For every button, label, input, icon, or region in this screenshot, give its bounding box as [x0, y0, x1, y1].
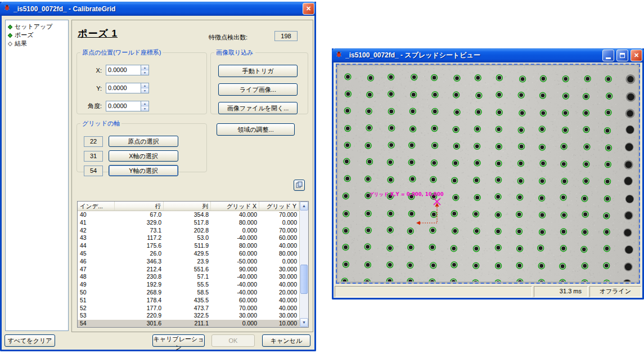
live-image-button[interactable]: ライブ画像...: [218, 83, 298, 96]
adjust-region-button[interactable]: 領域の調整...: [217, 123, 295, 136]
cell: 58.5: [164, 289, 211, 297]
cell: 40.000: [211, 211, 259, 219]
scroll-down-button[interactable]: ▼: [300, 318, 308, 327]
feature-count-label: 特徴点検出数:: [209, 33, 247, 42]
tree-item-label: ポーズ: [15, 31, 34, 39]
open-image-file-button[interactable]: 画像ファイルを開く...: [218, 102, 298, 114]
minimize-button[interactable]: [602, 50, 614, 61]
column-header[interactable]: インデ...: [78, 202, 115, 211]
tree-item-1[interactable]: セットアップ: [7, 23, 66, 31]
table-row[interactable]: 43117.253.0-40.00060.000: [78, 234, 299, 242]
select-y-axis-button[interactable]: Y軸の選択: [109, 165, 178, 176]
ok-button[interactable]: OK: [211, 334, 255, 347]
cell: 211.1: [164, 320, 211, 327]
y-spinner-input[interactable]: 0.0000: [106, 83, 141, 93]
select-origin-button[interactable]: 原点の選択: [109, 136, 178, 147]
tree-item-label: セットアップ: [15, 23, 53, 31]
maximize-button[interactable]: [616, 50, 628, 61]
column-header[interactable]: グリッド X: [211, 202, 259, 211]
copy-view-button[interactable]: [294, 180, 305, 191]
pose-heading: ポーズ 1: [78, 27, 118, 40]
cell: 40.000: [259, 242, 299, 250]
table-row[interactable]: 46346.323.9-50.0000.000: [78, 258, 299, 266]
calibration-points-table: インデ...行列グリッド Xグリッド Y 4067.0354.840.00070…: [77, 201, 309, 328]
origin-field-label: 角度:: [83, 102, 102, 110]
table-row[interactable]: 50268.958.5-40.00020.000: [78, 289, 299, 297]
spin-down-button[interactable]: ▼: [141, 88, 148, 93]
clear-all-button[interactable]: すべてをクリア: [4, 334, 55, 347]
cell: 23.9: [164, 258, 211, 266]
status-filler: [335, 286, 532, 297]
cell: 60.000: [211, 297, 259, 305]
grid-axis-group: グリッドの軸 22原点の選択31X軸の選択54Y軸の選択: [76, 119, 207, 172]
angle-spinner-input[interactable]: 0.0000: [106, 101, 141, 111]
window-title: _is5100_0072fd_ - CalibrateGrid: [13, 5, 300, 13]
table-row[interactable]: 51178.4435.560.00040.000: [78, 297, 299, 305]
cell: 67.0: [115, 211, 164, 219]
x-spinner-input[interactable]: 0.0000: [106, 65, 141, 75]
close-button[interactable]: ✕: [631, 50, 642, 61]
cancel-button[interactable]: キャンセル: [262, 334, 310, 347]
cell: 46: [78, 258, 115, 266]
spin-up-button[interactable]: ▲: [141, 65, 148, 70]
table-row[interactable]: 49192.955.5-40.00040.000: [78, 281, 299, 289]
cell: 322.5: [164, 312, 211, 320]
column-header[interactable]: グリッド Y: [259, 202, 299, 211]
select-x-axis-button[interactable]: X軸の選択: [109, 150, 178, 162]
table-scrollbar[interactable]: ▲ ▼: [299, 202, 308, 327]
cell: 20.000: [259, 289, 299, 297]
table-row[interactable]: 41329.0517.880.0000.000: [78, 219, 299, 227]
maximize-icon: [620, 53, 625, 58]
spin-buttons: ▲▼: [141, 65, 148, 75]
close-button[interactable]: ✕: [303, 3, 314, 15]
cell: 220.9: [115, 312, 164, 320]
spreadsheet-titlebar[interactable]: _is5100_0072fd_ - スプレッドシートビュー ✕: [332, 48, 644, 62]
cell: 0.000: [259, 258, 299, 266]
table-row[interactable]: 52177.0473.770.00040.000: [78, 305, 299, 312]
spin-up-button[interactable]: ▲: [141, 101, 148, 106]
axis-row-3: 54Y軸の選択: [84, 165, 178, 176]
cell: 354.8: [164, 211, 211, 219]
tree-item-3[interactable]: 結果: [7, 39, 66, 48]
spin-down-button[interactable]: ▼: [141, 106, 148, 111]
table-row[interactable]: 4067.0354.840.00070.000: [78, 211, 299, 219]
scroll-thumb[interactable]: [300, 265, 308, 294]
column-header[interactable]: 列: [164, 202, 211, 211]
cell: 192.9: [115, 281, 164, 289]
column-header[interactable]: 行: [115, 202, 164, 211]
table-row[interactable]: 53220.9322.530.00030.000: [78, 312, 299, 320]
origin-field-label: Y:: [83, 85, 102, 92]
scroll-down-icon: ▼: [302, 320, 306, 324]
cell: 44: [78, 242, 115, 250]
spin-up-button[interactable]: ▲: [141, 83, 148, 88]
minimize-icon: [606, 57, 611, 59]
tree-item-2[interactable]: ポーズ: [7, 31, 66, 39]
y-spinner: 0.0000▲▼: [106, 83, 149, 93]
axis-index-field[interactable]: 54: [84, 166, 103, 176]
table-row[interactable]: 44175.6511.980.00040.000: [78, 242, 299, 250]
table-row[interactable]: 54301.6211.10.00010.000: [78, 320, 299, 327]
scroll-up-button[interactable]: ▲: [300, 202, 308, 211]
axis-index-field[interactable]: 22: [84, 136, 103, 147]
table-row[interactable]: 47212.4551.690.00030.000: [78, 266, 299, 274]
table-row[interactable]: 48230.857.1-40.00030.000: [78, 273, 299, 281]
cell: 48: [78, 273, 115, 281]
calibration-grid-image[interactable]: [338, 66, 638, 281]
cell: 40.000: [259, 305, 299, 312]
manual-trigger-button[interactable]: 手動トリガ: [218, 65, 298, 77]
axis-index-field[interactable]: 31: [84, 151, 103, 162]
spin-down-button[interactable]: ▼: [141, 70, 148, 75]
table-row[interactable]: 4526.0429.560.00080.000: [78, 250, 299, 258]
table-body: 4067.0354.840.00070.00041329.0517.880.00…: [78, 211, 299, 327]
table-row[interactable]: 4273.1202.80.00070.000: [78, 227, 299, 235]
origin-group-title: 原点の位置(ワールド座標系): [80, 48, 163, 57]
calibration-button[interactable]: キャリブレーション: [152, 334, 205, 347]
diamond-icon: [8, 33, 12, 37]
cell: 60.000: [211, 250, 259, 258]
cell: 52: [78, 305, 115, 312]
cell: 473.7: [164, 305, 211, 312]
cell: -40.000: [211, 234, 259, 242]
cell: -40.000: [211, 289, 259, 297]
cell: 0.000: [211, 320, 259, 327]
calibrate-titlebar[interactable]: _is5100_0072fd_ - CalibrateGrid ✕: [0, 2, 316, 16]
